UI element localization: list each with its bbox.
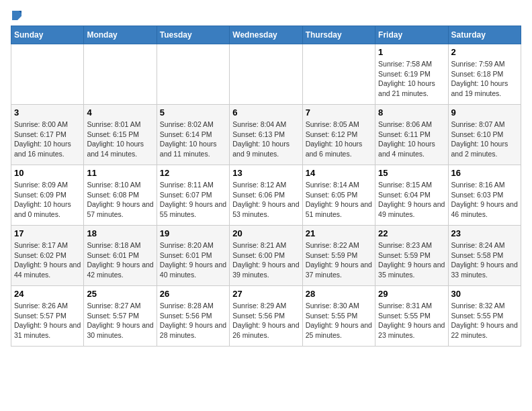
calendar-cell: 2Sunrise: 7:59 AM Sunset: 6:18 PM Daylig… (448, 44, 521, 105)
day-info: Sunrise: 8:15 AM Sunset: 6:04 PM Dayligh… (378, 180, 445, 220)
calendar-cell: 3Sunrise: 8:00 AM Sunset: 6:17 PM Daylig… (11, 105, 84, 165)
calendar-cell (230, 44, 302, 105)
day-info: Sunrise: 8:01 AM Sunset: 6:15 PM Dayligh… (87, 120, 153, 159)
weekday-header-thursday: Thursday (302, 26, 375, 44)
day-number: 22 (378, 228, 445, 238)
calendar-cell (302, 44, 375, 105)
calendar-cell: 17Sunrise: 8:17 AM Sunset: 6:02 PM Dayli… (11, 226, 84, 286)
day-info: Sunrise: 8:05 AM Sunset: 6:12 PM Dayligh… (306, 120, 372, 159)
calendar-cell: 29Sunrise: 8:31 AM Sunset: 5:55 PM Dayli… (375, 286, 448, 347)
day-info: Sunrise: 8:22 AM Sunset: 5:59 PM Dayligh… (306, 240, 372, 280)
weekday-header-wednesday: Wednesday (230, 26, 302, 44)
day-info: Sunrise: 8:21 AM Sunset: 6:00 PM Dayligh… (232, 240, 299, 280)
week-row-0: 1Sunrise: 7:58 AM Sunset: 6:19 PM Daylig… (11, 44, 521, 105)
calendar-cell: 1Sunrise: 7:58 AM Sunset: 6:19 PM Daylig… (375, 44, 448, 105)
day-info: Sunrise: 8:26 AM Sunset: 5:57 PM Dayligh… (14, 301, 81, 340)
day-info: Sunrise: 7:59 AM Sunset: 6:18 PM Dayligh… (451, 59, 518, 99)
calendar-cell: 25Sunrise: 8:27 AM Sunset: 5:57 PM Dayli… (84, 286, 157, 347)
week-row-1: 3Sunrise: 8:00 AM Sunset: 6:17 PM Daylig… (11, 105, 521, 165)
weekday-header-sunday: Sunday (11, 26, 84, 44)
day-info: Sunrise: 8:30 AM Sunset: 5:55 PM Dayligh… (306, 301, 372, 340)
day-info: Sunrise: 8:24 AM Sunset: 5:58 PM Dayligh… (451, 240, 518, 280)
calendar-cell: 22Sunrise: 8:23 AM Sunset: 5:59 PM Dayli… (375, 226, 448, 286)
calendar-cell: 10Sunrise: 8:09 AM Sunset: 6:09 PM Dayli… (11, 165, 84, 226)
week-row-4: 24Sunrise: 8:26 AM Sunset: 5:57 PM Dayli… (11, 286, 521, 347)
day-number: 4 (87, 107, 153, 118)
calendar-cell: 6Sunrise: 8:04 AM Sunset: 6:13 PM Daylig… (230, 105, 302, 165)
calendar-cell: 20Sunrise: 8:21 AM Sunset: 6:00 PM Dayli… (230, 226, 302, 286)
calendar-cell: 12Sunrise: 8:11 AM Sunset: 6:07 PM Dayli… (157, 165, 229, 226)
day-number: 16 (451, 168, 518, 178)
day-number: 28 (306, 289, 372, 299)
weekday-header-monday: Monday (84, 26, 157, 44)
calendar-table: SundayMondayTuesdayWednesdayThursdayFrid… (11, 26, 521, 347)
day-info: Sunrise: 8:02 AM Sunset: 6:14 PM Dayligh… (160, 120, 226, 159)
calendar-cell: 15Sunrise: 8:15 AM Sunset: 6:04 PM Dayli… (375, 165, 448, 226)
calendar-cell: 21Sunrise: 8:22 AM Sunset: 5:59 PM Dayli… (302, 226, 375, 286)
calendar-cell: 26Sunrise: 8:28 AM Sunset: 5:56 PM Dayli… (157, 286, 229, 347)
day-info: Sunrise: 8:20 AM Sunset: 6:01 PM Dayligh… (160, 240, 226, 280)
day-number: 14 (306, 168, 372, 178)
calendar-cell: 18Sunrise: 8:18 AM Sunset: 6:01 PM Dayli… (84, 226, 157, 286)
day-info: Sunrise: 8:06 AM Sunset: 6:11 PM Dayligh… (378, 120, 445, 159)
day-number: 10 (14, 168, 81, 178)
page-header (11, 11, 521, 20)
calendar-cell: 13Sunrise: 8:12 AM Sunset: 6:06 PM Dayli… (230, 165, 302, 226)
day-number: 23 (451, 228, 518, 238)
weekday-header-friday: Friday (375, 26, 448, 44)
calendar-cell: 9Sunrise: 8:07 AM Sunset: 6:10 PM Daylig… (448, 105, 521, 165)
day-number: 5 (160, 107, 226, 118)
calendar-cell: 11Sunrise: 8:10 AM Sunset: 6:08 PM Dayli… (84, 165, 157, 226)
day-info: Sunrise: 8:00 AM Sunset: 6:17 PM Dayligh… (14, 120, 81, 159)
day-number: 29 (378, 289, 445, 299)
calendar-cell: 14Sunrise: 8:14 AM Sunset: 6:05 PM Dayli… (302, 165, 375, 226)
day-info: Sunrise: 8:07 AM Sunset: 6:10 PM Dayligh… (451, 120, 518, 159)
day-number: 27 (232, 289, 299, 299)
day-info: Sunrise: 8:29 AM Sunset: 5:56 PM Dayligh… (232, 301, 299, 340)
day-info: Sunrise: 8:14 AM Sunset: 6:05 PM Dayligh… (306, 180, 372, 220)
calendar-cell (11, 44, 84, 105)
day-number: 7 (306, 107, 372, 118)
logo-arrow-icon (12, 11, 21, 20)
calendar-cell: 5Sunrise: 8:02 AM Sunset: 6:14 PM Daylig… (157, 105, 229, 165)
day-number: 24 (14, 289, 81, 299)
day-info: Sunrise: 8:09 AM Sunset: 6:09 PM Dayligh… (14, 180, 81, 220)
day-info: Sunrise: 8:18 AM Sunset: 6:01 PM Dayligh… (87, 240, 153, 280)
day-number: 20 (232, 228, 299, 238)
day-number: 30 (451, 289, 518, 299)
weekday-header-row: SundayMondayTuesdayWednesdayThursdayFrid… (11, 26, 521, 44)
calendar-body: 1Sunrise: 7:58 AM Sunset: 6:19 PM Daylig… (11, 44, 521, 347)
day-number: 25 (87, 289, 153, 299)
day-info: Sunrise: 8:28 AM Sunset: 5:56 PM Dayligh… (160, 301, 226, 340)
day-number: 6 (232, 107, 299, 118)
day-number: 15 (378, 168, 445, 178)
day-number: 1 (378, 47, 445, 57)
week-row-3: 17Sunrise: 8:17 AM Sunset: 6:02 PM Dayli… (11, 226, 521, 286)
calendar-cell: 30Sunrise: 8:32 AM Sunset: 5:55 PM Dayli… (448, 286, 521, 347)
day-number: 11 (87, 168, 153, 178)
day-number: 8 (378, 107, 445, 118)
day-info: Sunrise: 8:31 AM Sunset: 5:55 PM Dayligh… (378, 301, 445, 340)
calendar-cell (157, 44, 229, 105)
day-number: 12 (160, 168, 226, 178)
svg-marker-0 (12, 11, 21, 20)
calendar-cell (84, 44, 157, 105)
week-row-2: 10Sunrise: 8:09 AM Sunset: 6:09 PM Dayli… (11, 165, 521, 226)
day-info: Sunrise: 8:23 AM Sunset: 5:59 PM Dayligh… (378, 240, 445, 280)
calendar-cell: 28Sunrise: 8:30 AM Sunset: 5:55 PM Dayli… (302, 286, 375, 347)
calendar-cell: 23Sunrise: 8:24 AM Sunset: 5:58 PM Dayli… (448, 226, 521, 286)
day-number: 13 (232, 168, 299, 178)
day-number: 9 (451, 107, 518, 118)
logo (11, 11, 21, 20)
day-number: 26 (160, 289, 226, 299)
day-number: 3 (14, 107, 81, 118)
day-info: Sunrise: 8:12 AM Sunset: 6:06 PM Dayligh… (232, 180, 299, 220)
weekday-header-tuesday: Tuesday (157, 26, 229, 44)
day-info: Sunrise: 8:10 AM Sunset: 6:08 PM Dayligh… (87, 180, 153, 220)
calendar-cell: 19Sunrise: 8:20 AM Sunset: 6:01 PM Dayli… (157, 226, 229, 286)
calendar-cell: 27Sunrise: 8:29 AM Sunset: 5:56 PM Dayli… (230, 286, 302, 347)
calendar-cell: 24Sunrise: 8:26 AM Sunset: 5:57 PM Dayli… (11, 286, 84, 347)
day-info: Sunrise: 8:27 AM Sunset: 5:57 PM Dayligh… (87, 301, 153, 340)
calendar-cell: 4Sunrise: 8:01 AM Sunset: 6:15 PM Daylig… (84, 105, 157, 165)
day-info: Sunrise: 8:04 AM Sunset: 6:13 PM Dayligh… (232, 120, 299, 159)
